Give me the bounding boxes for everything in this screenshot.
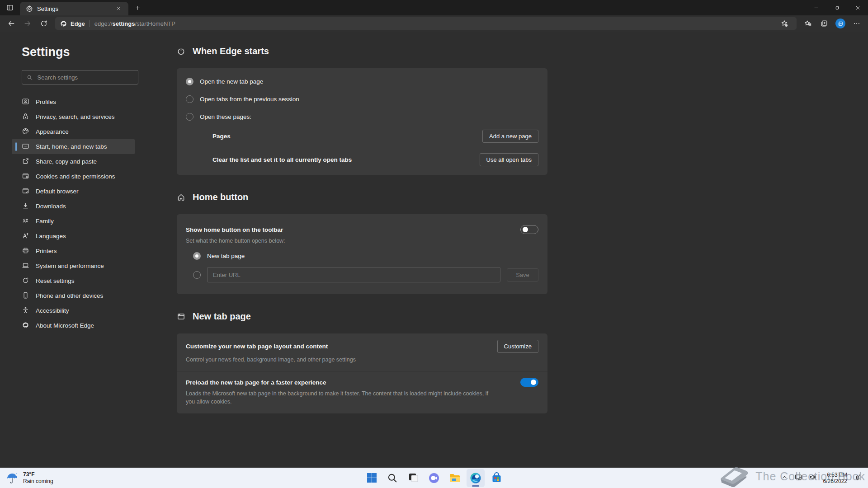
add-favorite-icon[interactable] <box>777 17 792 30</box>
sidebar-item[interactable]: Family <box>12 214 135 229</box>
sidebar-item-label: About Microsoft Edge <box>36 322 94 329</box>
sidebar-item[interactable]: Accessibility <box>12 303 135 318</box>
sidebar-item[interactable]: Downloads <box>12 199 135 214</box>
site-badge: Edge <box>60 20 85 28</box>
use-all-open-tabs-button[interactable]: Use all open tabs <box>480 153 538 166</box>
edge-badge-icon <box>60 20 67 28</box>
store-icon[interactable] <box>487 469 505 487</box>
tab-close-icon[interactable] <box>113 3 124 14</box>
radio-button[interactable] <box>186 113 193 121</box>
minimize-button[interactable] <box>806 0 826 15</box>
file-explorer-icon[interactable] <box>446 469 464 487</box>
sidebar-item-icon <box>22 277 29 286</box>
save-button[interactable]: Save <box>507 268 538 282</box>
badge-divider <box>90 20 90 27</box>
settings-tab-favicon-icon <box>25 5 33 13</box>
favorites-icon[interactable] <box>800 17 816 30</box>
sidebar-item-icon <box>22 142 29 151</box>
refresh-button[interactable] <box>36 17 52 30</box>
sidebar-item[interactable]: Profiles <box>12 94 135 109</box>
sidebar-item-icon <box>22 217 29 226</box>
taskbar-search-icon[interactable] <box>383 469 401 487</box>
browser-toolbar: Edge edge://settings/startHomeNTP <box>0 15 868 32</box>
home-icon <box>177 193 185 202</box>
settings-menu-icon[interactable] <box>849 17 864 30</box>
extension-icon[interactable] <box>833 17 848 30</box>
edge-icon[interactable] <box>467 469 485 487</box>
sidebar-item-label: Phone and other devices <box>36 292 103 299</box>
section-home-button: Home button Show home button on the tool… <box>177 192 868 294</box>
radio-button[interactable] <box>186 78 193 85</box>
add-new-page-button[interactable]: Add a new page <box>482 130 538 143</box>
start-button[interactable] <box>363 469 381 487</box>
sidebar-item-label: Profiles <box>36 99 56 105</box>
section-when-edge-starts: When Edge starts Open the new tab page O… <box>177 46 868 175</box>
tab-title: Settings <box>37 5 109 12</box>
sidebar-item[interactable]: Reset settings <box>12 273 135 288</box>
sidebar-item[interactable]: System and performance <box>12 258 135 273</box>
sidebar-item[interactable]: Share, copy and paste <box>12 154 135 169</box>
search-input[interactable] <box>38 74 134 81</box>
sidebar-item[interactable]: Cookies and site permissions <box>12 169 135 184</box>
settings-search-box[interactable] <box>22 70 138 84</box>
sidebar-item-icon <box>22 202 29 211</box>
preload-toggle[interactable] <box>520 378 538 387</box>
new-tab-page-icon <box>177 312 185 321</box>
sidebar-item[interactable]: About Microsoft Edge <box>12 318 135 333</box>
sidebar-item-label: Default browser <box>36 188 79 195</box>
browser-titlebar: Settings <box>0 0 868 15</box>
focus-assist-bell-icon[interactable] <box>854 473 862 483</box>
titlebar-drag-area <box>143 0 806 15</box>
sidebar-item-icon <box>22 262 29 271</box>
sidebar-item[interactable]: Start, home, and new tabs <box>12 139 135 154</box>
option-label: Open these pages: <box>200 113 251 120</box>
radio-button[interactable] <box>193 252 201 260</box>
sidebar-item-label: Family <box>36 218 54 225</box>
startup-option-row[interactable]: Open the new tab page <box>177 73 547 90</box>
show-home-button-toggle[interactable] <box>520 225 538 234</box>
sidebar-item[interactable]: Privacy, search, and services <box>12 109 135 124</box>
hidden-icons-chevron-icon[interactable] <box>781 474 788 482</box>
sidebar-item[interactable]: Printers <box>12 244 135 258</box>
task-view-icon[interactable] <box>404 469 422 487</box>
sidebar-item-icon <box>22 247 29 256</box>
startup-option-row[interactable]: Open these pages: <box>177 108 547 126</box>
forward-button[interactable] <box>20 17 35 30</box>
home-ntp-option[interactable]: New tab page <box>186 252 538 260</box>
radio-button[interactable] <box>193 271 201 279</box>
taskbar-clock[interactable]: 6:53 PM 6/26/2022 <box>823 472 847 484</box>
sidebar-item-icon <box>22 306 29 315</box>
volume-icon[interactable] <box>809 473 817 483</box>
sidebar-item[interactable]: Phone and other devices <box>12 288 135 303</box>
home-url-input[interactable] <box>207 267 500 282</box>
sidebar-item[interactable]: Appearance <box>12 124 135 139</box>
radio-button[interactable] <box>186 95 193 103</box>
sidebar-nav: Profiles Privacy, search, and services A… <box>22 94 153 333</box>
collections-icon[interactable] <box>816 17 832 30</box>
sidebar-item-icon <box>22 187 29 196</box>
sidebar-item-icon <box>22 127 29 136</box>
startup-option-row[interactable]: Open tabs from the previous session <box>177 90 547 108</box>
network-icon[interactable] <box>794 473 802 483</box>
new-tab-button[interactable] <box>132 2 143 13</box>
tab-actions-menu[interactable] <box>0 0 20 15</box>
weather-widget[interactable]: 73°F Rain coming <box>0 471 136 485</box>
url-text: edge://settings/startHomeNTP <box>94 20 175 27</box>
back-button[interactable] <box>4 17 19 30</box>
restore-button[interactable] <box>826 0 847 15</box>
address-bar[interactable]: Edge edge://settings/startHomeNTP <box>55 17 797 30</box>
sidebar-item-icon <box>22 172 29 181</box>
close-button[interactable] <box>847 0 868 15</box>
customize-button[interactable]: Customize <box>497 340 538 353</box>
sidebar-item-icon <box>22 157 29 166</box>
search-icon <box>27 74 33 81</box>
taskbar-app-icons <box>363 469 505 487</box>
sidebar-item[interactable]: Default browser <box>12 184 135 199</box>
settings-content: When Edge starts Open the new tab page O… <box>153 32 868 468</box>
sidebar-item[interactable]: Languages <box>12 229 135 244</box>
section-title: When Edge starts <box>193 46 269 56</box>
sidebar-item-label: Share, copy and paste <box>36 158 97 165</box>
browser-tab-settings[interactable]: Settings <box>20 2 128 15</box>
tray-date: 6/26/2022 <box>823 478 847 484</box>
chat-icon[interactable] <box>425 469 443 487</box>
